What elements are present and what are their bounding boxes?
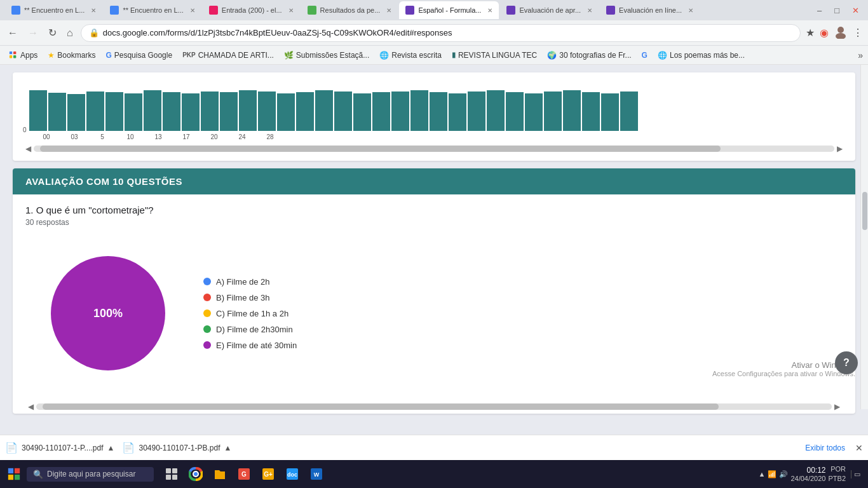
scroll-left-arrow[interactable]: ◀ (23, 144, 34, 153)
vertical-scrollbar[interactable] (860, 65, 868, 409)
app8-taskbar-icon[interactable]: W (305, 463, 328, 485)
bookmarks-fotografias[interactable]: 🌍 30 fotografias de Fr... (543, 50, 635, 61)
app5-taskbar-icon[interactable]: G (233, 463, 255, 485)
forward-button[interactable]: → (25, 25, 41, 41)
bar-3 (86, 92, 104, 131)
tab-close-tab4[interactable]: ✕ (386, 7, 391, 14)
tab-tab7[interactable]: Evaluación en líne...✕ (600, 1, 700, 19)
url-input[interactable]: 🔒 docs.google.com/forms/d/1lzPj3tsbc7n4k… (81, 24, 801, 42)
bookmarks-revista-escrita[interactable]: 🌐 Revista escrita (376, 50, 445, 61)
bar-23 (468, 92, 485, 131)
tray-arrow[interactable]: ▲ (759, 470, 766, 478)
tab-tab2[interactable]: ** Encuentro en L...✕ (104, 1, 201, 19)
task-view-button[interactable] (160, 463, 183, 485)
bookmarks-pkp[interactable]: PKP CHAMADA DE ARTI... (179, 50, 278, 61)
download-arrow-2[interactable]: ▲ (224, 444, 232, 452)
bookmarks-google-label: Pesquisa Google (114, 51, 172, 60)
bookmarks-poemas-label: Los poemas más be... (670, 51, 745, 60)
bookmarks-g2[interactable]: G (638, 50, 651, 61)
taskbar-search[interactable]: 🔍 Digite aqui para pesquisar (27, 467, 154, 482)
survey-horizontal-scrollbar[interactable] (36, 403, 832, 410)
bar-chart: 0 00035101317202428 (23, 80, 845, 140)
question-number: 1. (25, 205, 34, 215)
close-button[interactable]: ✕ (848, 4, 863, 17)
download-item-1: 📄 30490-110107-1-P....pdf ▲ (5, 442, 114, 454)
bar-15 (315, 90, 333, 131)
download-arrow-1[interactable]: ▲ (107, 444, 115, 452)
tab-favicon-tab7 (606, 6, 615, 15)
tab-tab3[interactable]: Entrada (200) - el...✕ (203, 1, 300, 19)
home-button[interactable]: ⌂ (64, 25, 76, 41)
taskbar: 🔍 Digite aqui para pesquisar G G+ doc (0, 460, 868, 488)
tab-close-tab3[interactable]: ✕ (288, 7, 294, 14)
bookmarks-fotografias-label: 30 fotografias de Fr... (559, 51, 631, 60)
svg-rect-4 (10, 55, 12, 58)
profile-icon[interactable] (834, 25, 848, 41)
legend-item-4: E) Filme de até 30min (203, 341, 297, 350)
tab-tab5[interactable]: Español - Formula...✕ (399, 1, 499, 19)
tab-favicon-tab5 (405, 6, 414, 15)
survey-scroll-right[interactable]: ▶ (832, 402, 843, 411)
bookmarks-google[interactable]: G Pesquisa Google (102, 50, 176, 61)
app7-taskbar-icon[interactable]: doc (281, 463, 304, 485)
maximize-button[interactable]: □ (831, 4, 843, 17)
legend-label-1: B) Filme de 3h (216, 293, 270, 302)
bar-label-03: 03 (61, 133, 88, 140)
download-name-2: 30490-110107-1-PB.pdf (139, 444, 220, 452)
scroll-right-arrow[interactable]: ▶ (834, 144, 845, 153)
tab-close-tab7[interactable]: ✕ (688, 7, 693, 14)
legend-dot-4 (203, 341, 211, 349)
windows-activation-subtitle: Acesse Configurações para ativar o Windo… (712, 370, 855, 377)
tab-tab4[interactable]: Resultados da pe...✕ (301, 1, 398, 19)
show-all-downloads[interactable]: Exibir todos (805, 444, 845, 452)
back-button[interactable]: ← (5, 25, 20, 41)
bookmarks-poemas[interactable]: 🌐 Los poemas más be... (654, 50, 749, 61)
bar-27 (544, 92, 562, 131)
bar-2 (67, 94, 85, 131)
legend-dot-3 (203, 325, 211, 333)
survey-scroll-left[interactable]: ◀ (25, 402, 36, 411)
tab-favicon-tab1 (11, 6, 20, 15)
bookmark-star-icon[interactable]: ★ (806, 27, 815, 39)
help-button[interactable]: ? (835, 351, 858, 374)
bookmarks-revista-lingua[interactable]: ▮ REVISTA LINGUA TEC (448, 50, 541, 61)
bar-28 (563, 90, 581, 131)
tab-close-tab6[interactable]: ✕ (587, 7, 592, 14)
language-region: POR PTB2 (828, 464, 846, 484)
bookmarks-submissoes-label: Submissões Estaçã... (296, 51, 369, 60)
files-taskbar-icon[interactable] (208, 463, 231, 485)
reload-button[interactable]: ↻ (46, 24, 59, 41)
tab-close-tab5[interactable]: ✕ (487, 7, 492, 14)
tab-tab1[interactable]: ** Encuentro en L...✕ (5, 1, 102, 19)
chrome-taskbar-icon[interactable] (184, 463, 207, 485)
tab-tab6[interactable]: Evaluación de apr...✕ (500, 1, 599, 19)
menu-icon[interactable]: ⋮ (853, 27, 863, 39)
tab-favicon-tab3 (209, 6, 218, 15)
bar-9 (201, 92, 219, 131)
svg-rect-13 (166, 475, 171, 480)
bar-label-5: 5 (89, 133, 116, 140)
legend-dot-0 (203, 278, 211, 285)
taskbar-icons: G G+ doc W (160, 463, 328, 485)
language-display: POR (828, 464, 846, 474)
tab-close-tab2[interactable]: ✕ (190, 7, 195, 14)
bar-4 (105, 92, 123, 131)
bar-5 (125, 93, 142, 131)
bookmarks-submissoes[interactable]: 🌿 Submissões Estaçã... (280, 50, 373, 61)
show-desktop-button[interactable]: ▭ (851, 470, 860, 478)
minimize-button[interactable]: – (813, 4, 825, 17)
downloads-close-button[interactable]: ✕ (855, 443, 863, 453)
tab-close-tab1[interactable]: ✕ (91, 7, 96, 14)
start-button[interactable] (3, 463, 25, 485)
bookmarks-more-icon[interactable]: » (858, 50, 863, 60)
opera-icon[interactable]: ◉ (820, 27, 829, 39)
search-icon: 🔍 (33, 470, 43, 479)
svg-rect-7 (8, 468, 13, 473)
horizontal-scrollbar[interactable] (34, 146, 834, 152)
legend-dot-2 (203, 309, 211, 317)
legend-label-3: D) Filme de 2h30min (216, 325, 293, 334)
bookmarks-bookmarks[interactable]: ★ Bookmarks (44, 50, 99, 61)
app6-taskbar-icon[interactable]: G+ (257, 463, 280, 485)
svg-rect-10 (15, 475, 20, 480)
bookmarks-apps[interactable]: Apps (5, 50, 41, 61)
